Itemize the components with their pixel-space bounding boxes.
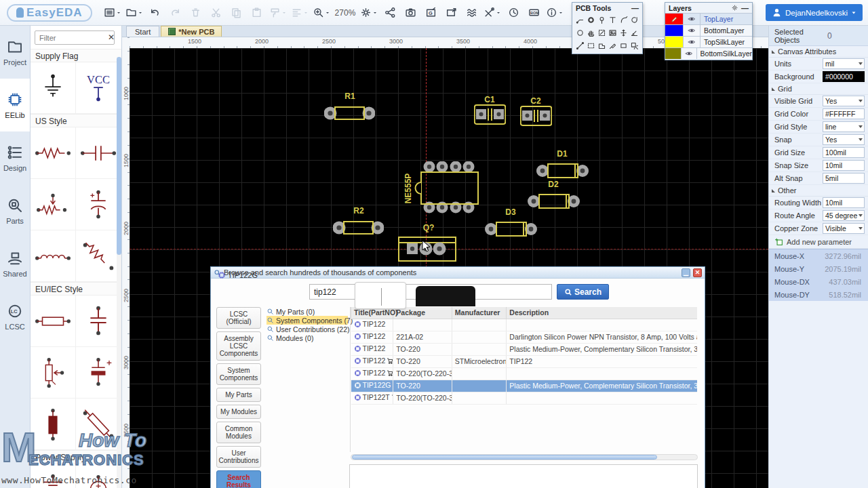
- symbol-resistor-solid-eu[interactable]: [31, 399, 76, 450]
- user-account-button[interactable]: DejanNedelkovski: [766, 4, 863, 21]
- cut-button[interactable]: [208, 4, 224, 22]
- tree-item-system-components-7-[interactable]: System Components (7): [267, 316, 348, 325]
- dialog-tab-common-modules[interactable]: Common Modules: [216, 422, 261, 443]
- symbol-capacitor-eu[interactable]: [76, 296, 121, 347]
- footprint-d3[interactable]: D3: [485, 207, 537, 243]
- layer-visibility-eye-icon[interactable]: [683, 25, 701, 36]
- symbol-battery[interactable]: [31, 464, 76, 488]
- column-header-manufacturer[interactable]: Manufacturer: [452, 307, 506, 319]
- property-value-select[interactable]: 45 degree: [823, 210, 865, 221]
- arc-tool[interactable]: [618, 14, 629, 26]
- section-header-other[interactable]: Other: [769, 185, 868, 197]
- route-button[interactable]: [463, 4, 479, 22]
- share-button[interactable]: [382, 4, 398, 22]
- layer-visibility-eye-icon[interactable]: [681, 48, 696, 59]
- table-row-tip122[interactable]: TIP122221A-02Darlington Silicon Power NP…: [351, 331, 698, 343]
- symbol-preview-card[interactable]: [355, 282, 406, 309]
- property-value-input[interactable]: #FFFFFF: [823, 108, 865, 119]
- property-value-input[interactable]: 10mil: [823, 160, 865, 171]
- property-value-input[interactable]: 10mil: [823, 197, 865, 208]
- symbol-capacitor-polar-eu[interactable]: [76, 347, 121, 399]
- tools-button[interactable]: [484, 4, 501, 22]
- tree-item-my-parts-0-[interactable]: My Parts (0): [267, 307, 348, 316]
- symbol-inductor-us[interactable]: [31, 230, 76, 282]
- format-button[interactable]: [269, 4, 287, 22]
- symbol-gnd[interactable]: [31, 62, 76, 114]
- table-hscrollbar-thumb[interactable]: [352, 455, 657, 460]
- footprint-r1[interactable]: R1: [324, 92, 375, 127]
- symbol-resistor-diagonal-eu[interactable]: [76, 399, 121, 450]
- property-value-input[interactable]: 100mil: [823, 147, 865, 158]
- symbol-capacitor-us[interactable]: [76, 127, 121, 179]
- table-hscrollbar-track[interactable]: [351, 454, 698, 460]
- section-header-canvas-attributes[interactable]: Canvas Attributes: [769, 46, 868, 58]
- dialog-tab-assembly-lcsc-components[interactable]: Assembly LCSC Components: [216, 331, 261, 361]
- tab-start[interactable]: Start: [126, 26, 159, 37]
- delete-button[interactable]: [188, 4, 204, 22]
- layer-visibility-eye-icon[interactable]: [683, 37, 701, 47]
- table-row-tip122[interactable]: TIP122TO-220STMicroelectronicsTIP122: [351, 355, 698, 367]
- table-row-tip122g[interactable]: TIP122GTO-220Plastic Medium-Power, Compl…: [351, 380, 698, 392]
- cart-icon[interactable]: [387, 369, 393, 378]
- add-parameter-button[interactable]: Add new parameter: [769, 235, 868, 249]
- sidebar-item-design[interactable]: Design: [0, 131, 30, 184]
- paste-button[interactable]: [249, 4, 265, 22]
- footprint-c1[interactable]: C1: [474, 95, 506, 129]
- sidebar-item-shared[interactable]: Shared: [0, 237, 30, 290]
- clear-filter-icon[interactable]: ✕: [108, 33, 115, 42]
- property-value-select[interactable]: line: [823, 121, 865, 132]
- test-point-tool[interactable]: [607, 39, 618, 52]
- dialog-tab-search-results[interactable]: Search Results: [216, 470, 261, 488]
- sidebar-item-lcsc[interactable]: LCLCSC: [0, 290, 30, 343]
- layer-visibility-eye-icon[interactable]: [683, 14, 701, 24]
- library-scrollbar-thumb[interactable]: [117, 57, 121, 255]
- dialog-tab-my-modules[interactable]: My Modules: [216, 405, 261, 419]
- footprint-r2[interactable]: R2: [333, 206, 384, 241]
- text-tool[interactable]: [607, 14, 618, 26]
- symbol-voltage-source[interactable]: [76, 464, 121, 488]
- property-value-select[interactable]: mil: [823, 58, 865, 69]
- rect-tool[interactable]: [618, 39, 629, 52]
- table-row-tip122[interactable]: TIP122TO-220Plastic Medium-Power, Comple…: [351, 343, 698, 355]
- history-button[interactable]: [505, 4, 521, 22]
- table-row-tip122t[interactable]: TIP122TTO-220(TO-220-3): [351, 392, 698, 404]
- property-value-input[interactable]: #000000: [823, 71, 865, 82]
- sidebar-item-parts[interactable]: Parts: [0, 184, 30, 237]
- pcb-tools-minimize-button[interactable]: —: [631, 5, 639, 12]
- layer-color-swatch[interactable]: [665, 48, 681, 59]
- track-tool[interactable]: [574, 14, 585, 26]
- pad-tool[interactable]: [585, 14, 596, 26]
- layers-titlebar[interactable]: Layers —: [665, 3, 752, 13]
- layer-color-swatch[interactable]: [665, 37, 683, 47]
- symbol-resistor-us[interactable]: [31, 127, 76, 179]
- wizard-tool[interactable]: [629, 39, 640, 52]
- sidebar-item-project[interactable]: Project: [0, 26, 30, 79]
- bom-button[interactable]: BOM: [526, 4, 542, 22]
- new-window-button[interactable]: [443, 4, 459, 22]
- copy-button[interactable]: [229, 4, 245, 22]
- dialog-tab-user-contributions[interactable]: User Contributions: [216, 446, 261, 468]
- pcb-tools-titlebar[interactable]: PCB Tools —: [572, 3, 642, 13]
- align-button[interactable]: [291, 4, 309, 22]
- info-button[interactable]: [546, 4, 564, 22]
- symbol-potentiometer-us[interactable]: [31, 179, 76, 230]
- dialog-tab-my-parts[interactable]: My Parts: [216, 388, 261, 402]
- solid-region-tool[interactable]: [596, 39, 607, 52]
- folder-button[interactable]: [125, 4, 143, 22]
- dialog-tab-system-components[interactable]: System Components: [216, 363, 261, 385]
- tree-item-user-contributions-22-[interactable]: User Contributions (22): [267, 325, 348, 333]
- table-row-tip122[interactable]: TIP122TO-220(TO-220-3): [351, 367, 698, 380]
- section-header-grid[interactable]: Grid: [769, 83, 868, 95]
- symbol-rheostat-us[interactable]: [76, 230, 121, 282]
- layer-row-topsilklayer[interactable]: TopSilkLayer: [665, 36, 752, 47]
- settings-button[interactable]: [360, 4, 378, 22]
- dialog-tab-lcsc-official-[interactable]: LCSC (Official): [216, 307, 261, 329]
- layer-row-bottomsilklayer[interactable]: BottomSilkLayer: [665, 47, 752, 59]
- property-value-input[interactable]: 5mil: [823, 173, 865, 184]
- menu-button[interactable]: [104, 4, 121, 22]
- pcb-tools-panel[interactable]: PCB Tools —: [572, 2, 643, 54]
- layers-panel[interactable]: Layers — TopLayerBottomLayerTopSilkLayer…: [665, 2, 753, 60]
- table-row-tip122[interactable]: TIP122: [351, 319, 698, 331]
- search-button[interactable]: Search: [557, 284, 609, 300]
- image-tool[interactable]: [607, 26, 618, 39]
